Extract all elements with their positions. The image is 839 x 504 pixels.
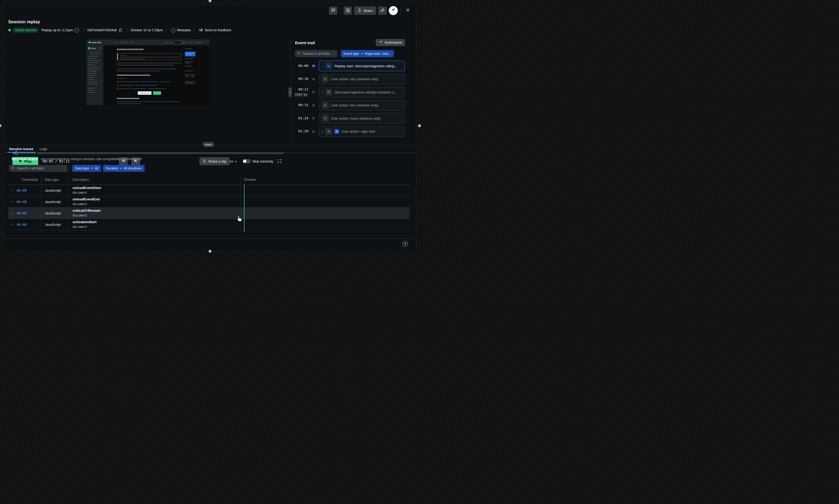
masked-text <box>189 42 193 42</box>
col-data-type[interactable]: Data type <box>41 178 68 182</box>
event-row: 00:00 › Replay start: /docs/apm/agents/c… <box>293 60 409 71</box>
close-button[interactable] <box>404 6 412 15</box>
table-header-row: Timestamp Data type Description Timeline <box>8 175 409 185</box>
trace-search-input[interactable] <box>16 166 66 170</box>
event-type-filter-pill[interactable]: Event type = Page load, User... <box>341 50 394 57</box>
replay-start-icon <box>325 62 332 69</box>
masked-text <box>88 75 97 76</box>
playback-seekbar[interactable] <box>13 151 284 155</box>
masked-text <box>90 54 99 55</box>
data-type-filter-pill[interactable]: Data type = All <box>72 165 101 172</box>
chevron-right-icon[interactable]: › <box>322 129 323 133</box>
docs-search-input: ⚲ Search docs <box>162 40 184 44</box>
masked-text <box>130 42 134 42</box>
event-list: 00:00 › Replay start: /docs/apm/agents/c… <box>293 60 409 139</box>
fullscreen-button[interactable] <box>277 159 282 164</box>
masked-text <box>195 42 201 42</box>
col-timeline[interactable]: Timeline <box>240 178 409 182</box>
table-row[interactable]: ›00:09 JavaScript unloadEventEnddocument <box>8 196 409 208</box>
masked-text <box>88 56 98 57</box>
resize-handle-top[interactable] <box>209 0 212 2</box>
skip-inactivity-toggle[interactable] <box>243 159 251 163</box>
clipboard-copy-icon[interactable] <box>119 28 122 32</box>
resize-handle-right[interactable] <box>418 124 420 127</box>
masked-text <box>88 88 95 88</box>
playback-speed-select[interactable]: 1x <box>229 157 237 165</box>
event-row: 00:11 1432 ms › /docs/apm/agents/c-sdk/g… <box>293 87 409 97</box>
col-timestamp[interactable]: Timestamp <box>8 178 41 182</box>
masked-text <box>88 62 99 63</box>
event-marker-dot <box>312 91 315 93</box>
masked-text <box>88 67 97 67</box>
event-search-input[interactable] <box>302 52 335 56</box>
chevron-right-icon[interactable]: › <box>12 222 13 226</box>
replay-page-toc <box>185 49 195 85</box>
chevron-right-icon[interactable]: › <box>322 90 323 94</box>
notes-button[interactable] <box>343 6 352 15</box>
share-clip-button[interactable]: Share a clip <box>199 157 230 165</box>
summarize-button[interactable]: Summarize <box>376 39 405 46</box>
collapse-event-trail-handle[interactable]: › <box>288 87 292 97</box>
info-icon[interactable]: i <box>75 28 79 33</box>
copy-link-button[interactable] <box>378 6 387 15</box>
event-card-user-blur[interactable]: User action: blur (window only) <box>319 74 405 85</box>
share-button[interactable]: Share <box>354 6 376 15</box>
docs-sidebar-title: Docs <box>91 47 96 50</box>
chevron-right-icon[interactable]: › <box>12 211 13 215</box>
event-card-rage-click[interactable]: › 4 User action: rage click <box>319 126 405 137</box>
divider <box>166 28 166 33</box>
event-search[interactable] <box>295 50 337 57</box>
event-time: 00:00 <box>293 64 308 69</box>
send-feedback-link[interactable]: Send us feedback <box>205 28 231 32</box>
replay-page-content <box>103 45 210 105</box>
resize-handle-bottom[interactable] <box>209 250 212 252</box>
trace-search[interactable] <box>9 165 68 172</box>
ai-assistant-button[interactable] <box>389 6 398 15</box>
session-trace-title: Session trace <box>12 157 38 161</box>
table-row-partial[interactable] <box>8 230 409 232</box>
table-row[interactable]: ›00:09 JavaScript activationStartdocumen… <box>8 219 409 230</box>
event-row: 00:15 User action: blur (window only) <box>293 100 409 111</box>
resize-panel-handle[interactable]: ●●● <box>202 142 214 147</box>
chevron-right-icon[interactable]: › <box>12 200 13 203</box>
resize-handle-left[interactable] <box>0 124 2 127</box>
event-card-page-view[interactable]: › /docs/apm/agents/c-sdk/get-started/c-s… <box>319 87 405 97</box>
event-row: 01:29 › 4 User action: rage click <box>293 126 409 137</box>
event-marker-dot <box>312 65 315 67</box>
col-description[interactable]: Description <box>68 178 240 182</box>
replay-page-sidebar: Docs ⊢ <box>87 45 103 105</box>
active-tab-indicator <box>7 152 36 153</box>
comments-button[interactable] <box>329 6 337 15</box>
event-label: User action: focus (window only) <box>331 116 380 121</box>
callout-box <box>117 53 181 60</box>
tab-logs[interactable]: Logs <box>40 147 47 151</box>
skip-inactivity-label: Skip inactivity <box>252 157 273 165</box>
masked-heading <box>117 49 144 50</box>
search-icon <box>11 166 15 171</box>
help-button[interactable]: ? <box>402 241 408 247</box>
comment-icon <box>331 8 336 14</box>
event-duration: 1432 ms <box>294 93 308 97</box>
chevron-right-icon[interactable]: › <box>12 188 13 192</box>
masked-text <box>88 65 95 65</box>
user-icon <box>325 128 332 135</box>
masked-text <box>88 90 94 91</box>
event-label: Replay start: /docs/apm/agents/c-sdk/g..… <box>335 64 397 68</box>
table-row[interactable]: ›00:09 JavaScript unloadEventStartdocume… <box>8 185 409 196</box>
user-icon <box>322 76 329 83</box>
globe-icon: ◎ <box>183 41 184 44</box>
event-card-user-focus[interactable]: User action: focus (window only) <box>319 113 405 124</box>
duration-filter-pill[interactable]: Duration = All durations <box>103 165 145 172</box>
event-card-user-blur[interactable]: User action: blur (window only) <box>319 100 405 111</box>
chevron-right-icon[interactable]: › <box>322 64 323 68</box>
masked-text <box>88 79 94 80</box>
table-row-hovered[interactable]: ›00:09 JavaScript criticalCHRestartdocum… <box>8 208 409 219</box>
event-row: 01:24 User action: focus (window only) <box>293 113 409 124</box>
metadata-link[interactable]: Metadata <box>177 28 191 32</box>
event-label: /docs/apm/agents/c-sdk/get-started/c-s..… <box>335 90 397 94</box>
chevron-down-icon <box>234 159 237 163</box>
tab-session-traces[interactable]: Session traces <box>9 147 33 151</box>
divider <box>127 28 127 33</box>
event-card-replay-start[interactable]: › Replay start: /docs/apm/agents/c-sdk/g… <box>319 60 405 71</box>
masked-text <box>120 42 127 42</box>
